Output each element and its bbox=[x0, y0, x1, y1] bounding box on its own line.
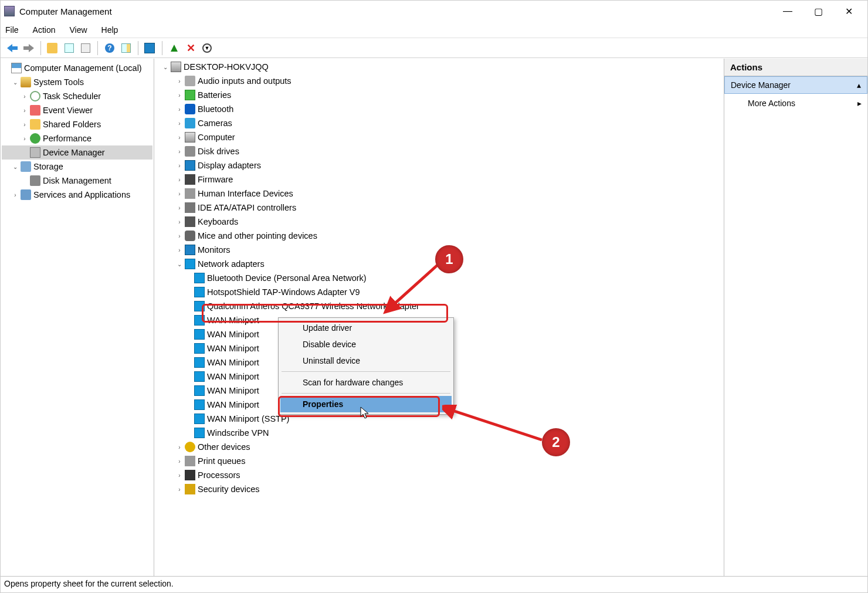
expand-icon[interactable]: › bbox=[175, 106, 184, 113]
more-actions[interactable]: More Actions ▸ bbox=[724, 94, 867, 113]
expand-icon[interactable]: › bbox=[175, 444, 184, 450]
net-bt-pan[interactable]: Bluetooth Device (Personal Area Network) bbox=[207, 273, 367, 283]
ctx-scan-hardware[interactable]: Scan for hardware changes bbox=[280, 374, 452, 391]
cat-network[interactable]: Network adapters bbox=[198, 259, 265, 269]
expand-icon[interactable]: › bbox=[21, 107, 29, 114]
device-root[interactable]: DESKTOP-HOKVJQQ bbox=[184, 62, 269, 72]
expand-icon[interactable]: › bbox=[175, 247, 184, 253]
properties-toolbar-button[interactable] bbox=[79, 41, 93, 55]
expand-icon[interactable]: › bbox=[175, 177, 184, 183]
expand-icon[interactable]: › bbox=[175, 78, 184, 84]
monitor-button[interactable] bbox=[143, 41, 157, 55]
cat-audio[interactable]: Audio inputs and outputs bbox=[198, 76, 291, 86]
show-hide-tree-button[interactable] bbox=[62, 41, 76, 55]
expand-icon[interactable]: › bbox=[11, 192, 19, 198]
cat-processors[interactable]: Processors bbox=[198, 470, 240, 480]
ctx-uninstall-device[interactable]: Uninstall device bbox=[280, 353, 452, 369]
net-wan-sstp[interactable]: WAN Miniport (SSTP) bbox=[207, 414, 289, 423]
expand-icon[interactable]: › bbox=[175, 92, 184, 99]
help-button[interactable]: ? bbox=[103, 41, 117, 55]
tree-performance[interactable]: Performance bbox=[43, 134, 91, 143]
computer-icon bbox=[185, 132, 195, 143]
net-wan-miniport[interactable]: WAN Miniport bbox=[207, 400, 259, 409]
expand-icon[interactable]: › bbox=[175, 486, 184, 493]
collapse-icon[interactable]: ⌄ bbox=[175, 261, 184, 267]
menu-help[interactable]: Help bbox=[101, 25, 118, 35]
ctx-update-driver[interactable]: Update driver bbox=[280, 320, 452, 336]
menu-view[interactable]: View bbox=[69, 25, 87, 35]
close-button[interactable]: ✕ bbox=[833, 2, 864, 21]
tree-system-tools[interactable]: System Tools bbox=[33, 77, 84, 87]
expand-icon[interactable]: › bbox=[175, 233, 184, 239]
cat-other[interactable]: Other devices bbox=[198, 442, 250, 452]
tree-event-viewer[interactable]: Event Viewer bbox=[43, 106, 93, 115]
cat-computer[interactable]: Computer bbox=[198, 133, 235, 142]
cat-ide[interactable]: IDE ATA/ATAPI controllers bbox=[198, 203, 296, 212]
actions-selected[interactable]: Device Manager ▴ bbox=[724, 76, 867, 94]
expand-icon[interactable]: › bbox=[21, 93, 29, 100]
tree-shared-folders[interactable]: Shared Folders bbox=[43, 120, 101, 129]
net-wan-miniport[interactable]: WAN Miniport bbox=[207, 372, 259, 381]
ctx-properties[interactable]: Properties bbox=[280, 396, 452, 412]
cat-firmware[interactable]: Firmware bbox=[198, 175, 233, 184]
back-button[interactable] bbox=[5, 41, 19, 55]
maximize-button[interactable]: ▢ bbox=[803, 2, 833, 21]
net-wan-miniport[interactable]: WAN Miniport bbox=[207, 330, 259, 339]
up-button[interactable] bbox=[46, 41, 60, 55]
app-icon bbox=[4, 6, 15, 16]
expand-icon[interactable]: › bbox=[175, 205, 184, 211]
cat-bluetooth[interactable]: Bluetooth bbox=[198, 104, 233, 114]
adapter-icon bbox=[194, 287, 205, 297]
cat-display[interactable]: Display adapters bbox=[198, 161, 261, 170]
cat-disk[interactable]: Disk drives bbox=[198, 147, 239, 156]
collapse-icon[interactable]: ⌄ bbox=[11, 164, 19, 170]
pc-icon bbox=[171, 62, 181, 72]
expand-icon[interactable]: › bbox=[175, 458, 184, 465]
cat-batteries[interactable]: Batteries bbox=[198, 90, 231, 100]
expand-icon[interactable]: › bbox=[175, 191, 184, 197]
net-qca-wireless[interactable]: Qualcomm Atheros QCA9377 Wireless Networ… bbox=[207, 301, 419, 311]
expand-icon[interactable]: › bbox=[21, 121, 29, 128]
cat-mice[interactable]: Mice and other pointing devices bbox=[198, 231, 317, 240]
cat-hid[interactable]: Human Interface Devices bbox=[198, 189, 293, 198]
cat-monitors[interactable]: Monitors bbox=[198, 245, 230, 255]
tree-root[interactable]: Computer Management (Local) bbox=[24, 63, 142, 73]
net-windscribe[interactable]: Windscribe VPN bbox=[207, 428, 269, 438]
collapse-icon[interactable]: ⌄ bbox=[161, 64, 169, 70]
action-pane-button[interactable] bbox=[119, 41, 133, 55]
scan-button[interactable]: ▼ bbox=[200, 41, 214, 55]
enable-button[interactable] bbox=[167, 41, 181, 55]
tree-services[interactable]: Services and Applications bbox=[33, 190, 130, 199]
expand-icon[interactable]: › bbox=[175, 162, 184, 169]
tree-disk-management[interactable]: Disk Management bbox=[43, 176, 111, 185]
actions-pane: Actions Device Manager ▴ More Actions ▸ bbox=[724, 59, 867, 576]
expand-icon[interactable]: › bbox=[21, 135, 29, 142]
net-wan-miniport[interactable]: WAN Miniport bbox=[207, 386, 259, 395]
cat-cameras[interactable]: Cameras bbox=[198, 118, 232, 128]
net-wan-miniport[interactable]: WAN Miniport bbox=[207, 344, 259, 353]
ctx-separator bbox=[282, 371, 450, 372]
collapse-icon[interactable]: ⌄ bbox=[11, 79, 19, 86]
expand-icon[interactable]: › bbox=[175, 120, 184, 127]
menu-action[interactable]: Action bbox=[33, 25, 56, 35]
adapter-icon bbox=[194, 357, 205, 368]
tree-task-scheduler[interactable]: Task Scheduler bbox=[43, 92, 101, 101]
menu-file[interactable]: File bbox=[5, 25, 19, 35]
forward-button[interactable] bbox=[22, 41, 36, 55]
expand-icon[interactable]: › bbox=[175, 148, 184, 155]
expand-icon[interactable]: › bbox=[175, 134, 184, 141]
cat-security[interactable]: Security devices bbox=[198, 484, 260, 494]
delete-button[interactable]: ✕ bbox=[184, 41, 198, 55]
expand-icon[interactable]: › bbox=[175, 219, 184, 225]
expand-icon[interactable]: › bbox=[175, 472, 184, 479]
cat-print[interactable]: Print queues bbox=[198, 456, 245, 466]
net-hotspot[interactable]: HotspotShield TAP-Windows Adapter V9 bbox=[207, 287, 360, 297]
console-tree[interactable]: Computer Management (Local) ⌄System Tool… bbox=[1, 59, 154, 576]
ctx-disable-device[interactable]: Disable device bbox=[280, 336, 452, 353]
net-wan-miniport[interactable]: WAN Miniport bbox=[207, 316, 259, 325]
cat-keyboards[interactable]: Keyboards bbox=[198, 217, 238, 226]
net-wan-miniport[interactable]: WAN Miniport bbox=[207, 358, 259, 367]
tree-device-manager[interactable]: Device Manager bbox=[43, 148, 105, 157]
minimize-button[interactable]: — bbox=[772, 2, 803, 21]
tree-storage[interactable]: Storage bbox=[33, 162, 63, 171]
